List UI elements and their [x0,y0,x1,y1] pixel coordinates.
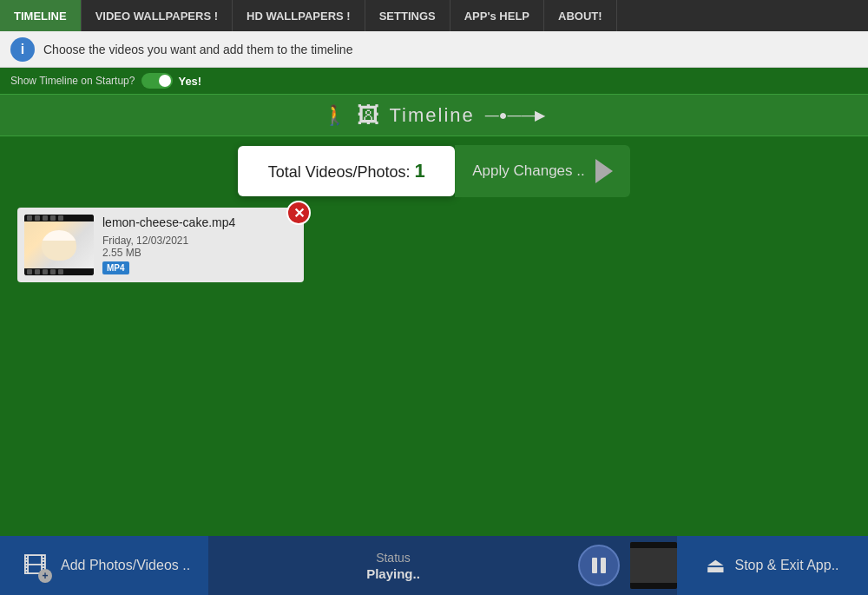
remove-file-button[interactable]: ✕ [286,201,311,225]
apply-arrow-icon [595,159,613,183]
image-icon: 🖼 [357,102,379,129]
cards-row: Total Videos/Photos: 1 Apply Changes .. [0,145,868,197]
film-preview [630,542,677,589]
status-area: Status Playing.. [208,551,578,581]
status-value: Playing.. [366,566,420,581]
toggle-knob [159,75,171,87]
status-label: Status [376,551,411,565]
info-icon: i [10,37,35,62]
stop-exit-label: Stop & Exit App.. [734,558,838,573]
file-item: lemon-cheese-cake.mp4 Friday, 12/03/2021… [17,208,304,282]
thumb-image [24,221,94,268]
nav-item-hd-wallpapers[interactable]: HD WALLPAPERS ! [233,0,365,31]
file-thumbnail [24,215,94,275]
stop-exit-button[interactable]: ⏏ Stop & Exit App.. [677,536,868,595]
main-area: Show Timeline on Startup? Yes! 🚶 🖼 Timel… [0,68,868,536]
file-name: lemon-cheese-cake.mp4 [102,215,297,229]
file-date: Friday, 12/03/2021 [102,235,297,247]
startup-label: Show Timeline on Startup? [10,75,135,87]
cake-image [42,230,76,261]
timeline-arrow-icon: —●——▶ [485,107,546,123]
file-size: 2.55 MB [102,247,297,259]
startup-yes-text: Yes! [178,75,201,88]
pause-bar-left [592,558,597,573]
file-info: lemon-cheese-cake.mp4 Friday, 12/03/2021… [102,215,297,274]
stop-icon: ⏏ [706,553,726,578]
bottom-bar: 🎞 + Add Photos/Videos .. Status Playing.… [0,536,868,595]
nav-item-video-wallpapers[interactable]: VIDEO WALLPAPERS ! [82,0,233,31]
pause-bar-right [601,558,606,573]
file-format-badge: MP4 [102,261,129,274]
film-preview-strip-top [630,542,677,548]
add-photos-label: Add Photos/Videos .. [61,558,190,573]
nav-item-settings[interactable]: SETTINGS [365,0,450,31]
info-text: Choose the videos you want and add them … [43,43,352,56]
film-strip-top [24,215,94,221]
startup-section: Yes! [141,73,201,89]
pause-button[interactable] [578,545,620,586]
nav-bar: TIMELINE VIDEO WALLPAPERS ! HD WALLPAPER… [0,0,868,31]
total-label: Total Videos/Photos: [268,163,411,181]
info-bar: i Choose the videos you want and add the… [0,31,868,68]
apply-changes-button[interactable]: Apply Changes .. [455,145,629,197]
add-plus-icon: + [38,569,52,583]
add-photos-icon: 🎞 + [17,548,52,583]
film-strip-bottom [24,268,94,275]
timeline-title: Timeline [390,104,475,127]
apply-changes-label: Apply Changes .. [472,162,584,180]
total-count: 1 [415,160,425,182]
timeline-header: 🚶 🖼 Timeline —●——▶ [0,94,868,136]
nav-item-about[interactable]: ABOUT! [544,0,617,31]
nav-item-apps-help[interactable]: APP's HELP [450,0,544,31]
nav-item-timeline[interactable]: TIMELINE [0,0,82,31]
film-preview-strip-bottom [630,583,677,589]
startup-toggle[interactable] [141,73,173,89]
startup-row: Show Timeline on Startup? Yes! [0,68,868,94]
total-card: Total Videos/Photos: 1 [238,146,455,196]
add-photos-button[interactable]: 🎞 + Add Photos/Videos .. [0,536,208,595]
person-icon: 🚶 [323,104,346,127]
